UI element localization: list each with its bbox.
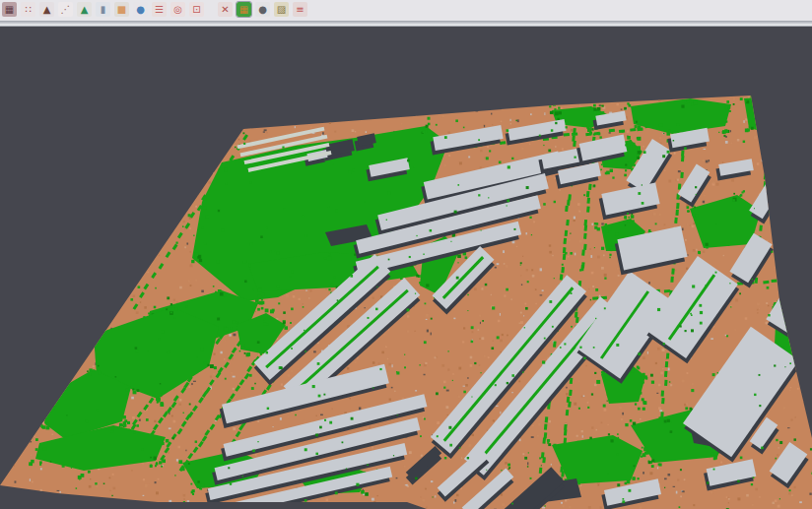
profile-view-icon[interactable]: ▮ xyxy=(96,2,110,17)
classification-view-icon[interactable]: ▦ xyxy=(237,2,251,17)
sphere-render-icon[interactable]: ● xyxy=(255,2,270,17)
layers-icon[interactable]: ▦ xyxy=(2,2,17,17)
dtm-surface-icon[interactable]: ▲ xyxy=(77,2,92,17)
flag-tile-icon[interactable]: ▨ xyxy=(274,2,289,17)
toolbar: ▦∷▲⋰▲▮■●☰◎⊡✕▦●▨≡ xyxy=(0,0,812,21)
thin-points-icon[interactable]: ⋰ xyxy=(58,2,73,17)
import-points-icon[interactable]: ∷ xyxy=(21,2,35,17)
ortho-image-icon[interactable]: ■ xyxy=(114,2,129,17)
measure-icon[interactable]: ≡ xyxy=(293,2,307,17)
terrain-icon[interactable]: ▲ xyxy=(39,2,54,17)
attribute-list-icon[interactable]: ☰ xyxy=(152,2,167,17)
target-point-icon[interactable]: ◎ xyxy=(170,2,185,17)
globe-3d-icon[interactable]: ● xyxy=(133,2,148,17)
application-window: ▦∷▲⋰▲▮■●☰◎⊡✕▦●▨≡ xyxy=(0,0,812,509)
3d-viewport[interactable] xyxy=(0,27,812,509)
clear-selection-icon[interactable]: ✕ xyxy=(218,2,233,17)
select-area-icon[interactable]: ⊡ xyxy=(189,2,204,17)
